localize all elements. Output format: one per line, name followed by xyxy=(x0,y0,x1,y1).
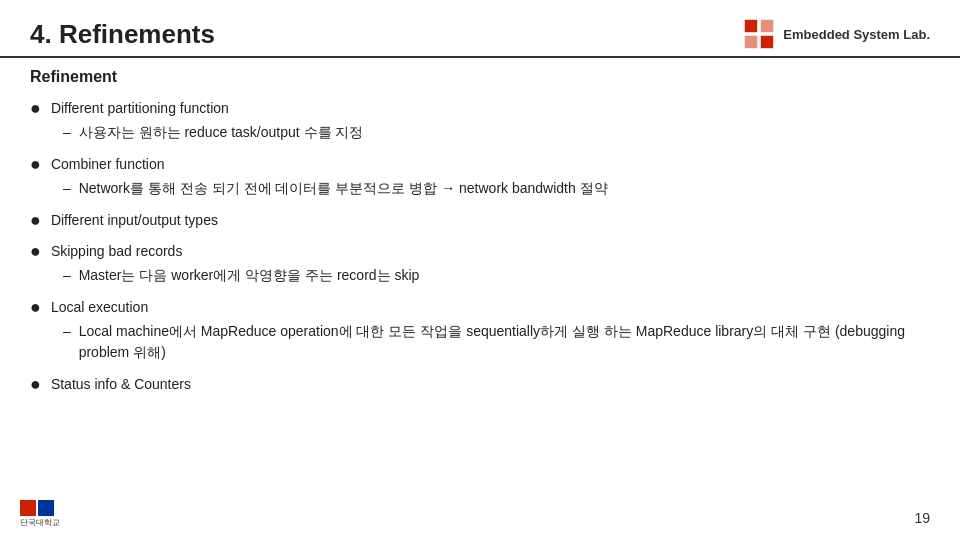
list-item: ● Skipping bad records – Master는 다음 work… xyxy=(30,241,930,289)
svg-rect-4 xyxy=(20,500,36,516)
sub-dash: – xyxy=(63,122,71,143)
svg-rect-5 xyxy=(38,500,54,516)
footer-logo: 단국대학교 xyxy=(20,495,100,530)
svg-rect-1 xyxy=(761,20,773,32)
svg-rect-3 xyxy=(761,36,773,48)
sub-item: – 사용자는 원하는 reduce task/output 수를 지정 xyxy=(63,122,364,143)
lab-logo-icon xyxy=(743,18,775,50)
list-item: ● Different input/output types xyxy=(30,210,930,233)
sub-list: – Master는 다음 worker에게 악영향을 주는 record는 sk… xyxy=(51,265,420,286)
lab-logo: Embedded System Lab. xyxy=(743,18,930,50)
svg-text:단국대학교: 단국대학교 xyxy=(20,518,60,527)
sub-list: – 사용자는 원하는 reduce task/output 수를 지정 xyxy=(51,122,364,143)
main-content: ● Different partitioning function – 사용자는… xyxy=(0,98,960,397)
svg-rect-0 xyxy=(745,20,757,32)
bullet-list: ● Different partitioning function – 사용자는… xyxy=(30,98,930,397)
bullet-text: Different input/output types xyxy=(51,210,218,231)
bullet-dot: ● xyxy=(30,208,41,233)
bullet-dot: ● xyxy=(30,96,41,121)
list-item: ● Combiner function – Network를 통해 전송 되기 … xyxy=(30,154,930,202)
bullet-text: Combiner function – Network를 통해 전송 되기 전에… xyxy=(51,154,608,202)
lab-name-text: Embedded System Lab. xyxy=(783,27,930,42)
sub-item: – Local machine에서 MapReduce operation에 대… xyxy=(63,321,930,363)
bullet-dot: ● xyxy=(30,239,41,264)
bullet-text: Local execution – Local machine에서 MapRed… xyxy=(51,297,930,366)
bullet-dot: ● xyxy=(30,295,41,320)
sub-dash: – xyxy=(63,321,71,342)
page-number: 19 xyxy=(914,510,930,526)
list-item: ● Different partitioning function – 사용자는… xyxy=(30,98,930,146)
bullet-dot: ● xyxy=(30,152,41,177)
bullet-text: Status info & Counters xyxy=(51,374,191,395)
bullet-dot: ● xyxy=(30,372,41,397)
page-title: 4. Refinements xyxy=(30,19,215,50)
bullet-text: Skipping bad records – Master는 다음 worker… xyxy=(51,241,420,289)
svg-rect-2 xyxy=(745,36,757,48)
bullet-text: Different partitioning function – 사용자는 원… xyxy=(51,98,364,146)
section-title: Refinement xyxy=(0,68,960,86)
sub-item: – Network를 통해 전송 되기 전에 데이터를 부분적으로 병합 → n… xyxy=(63,178,608,199)
sub-list: – Network를 통해 전송 되기 전에 데이터를 부분적으로 병합 → n… xyxy=(51,178,608,199)
sub-list: – Local machine에서 MapReduce operation에 대… xyxy=(51,321,930,363)
sub-dash: – xyxy=(63,178,71,199)
list-item: ● Local execution – Local machine에서 MapR… xyxy=(30,297,930,366)
sub-dash: – xyxy=(63,265,71,286)
page-header: 4. Refinements Embedded System Lab. xyxy=(0,0,960,58)
list-item: ● Status info & Counters xyxy=(30,374,930,397)
sub-item: – Master는 다음 worker에게 악영향을 주는 record는 sk… xyxy=(63,265,420,286)
university-logo-icon: 단국대학교 xyxy=(20,495,100,530)
